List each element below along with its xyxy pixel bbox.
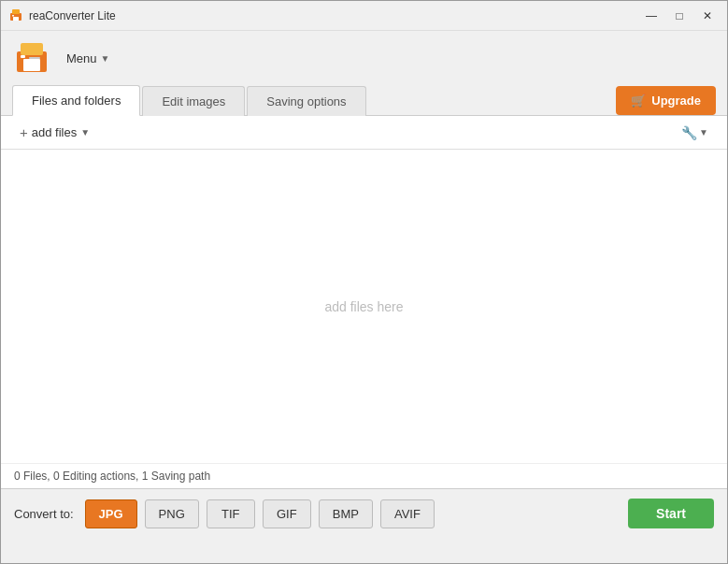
tab-saving-options[interactable]: Saving options <box>247 86 365 116</box>
add-files-button[interactable]: + add files ▼ <box>14 122 95 143</box>
close-button[interactable]: ✕ <box>695 7 720 25</box>
upgrade-button[interactable]: 🛒 Upgrade <box>616 86 716 115</box>
title-bar: reaConverter Lite — □ ✕ <box>1 1 727 31</box>
format-button-jpg[interactable]: JPG <box>85 499 137 528</box>
toolbar: Menu ▼ <box>1 31 727 85</box>
menu-chevron-icon: ▼ <box>101 53 110 64</box>
settings-button[interactable]: 🔧 ▼ <box>676 123 714 143</box>
app-title-icon <box>8 8 23 23</box>
start-button[interactable]: Start <box>628 499 714 528</box>
format-button-bmp[interactable]: BMP <box>319 499 373 528</box>
svg-rect-7 <box>21 55 25 58</box>
status-bar: 0 Files, 0 Editing actions, 1 Saving pat… <box>1 463 727 488</box>
format-button-tif[interactable]: TIF <box>207 499 255 528</box>
empty-state-label: add files here <box>324 299 403 314</box>
tab-bar: Files and folders Edit images Saving opt… <box>1 85 727 116</box>
action-bar: + add files ▼ 🔧 ▼ <box>1 116 727 150</box>
wrench-icon: 🔧 <box>681 125 697 140</box>
window-controls: — □ ✕ <box>639 7 720 25</box>
bottom-bar: Convert to: JPG PNG TIF GIF BMP AVIF Sta… <box>1 488 727 538</box>
add-files-label: add files <box>32 125 77 139</box>
format-button-png[interactable]: PNG <box>145 499 199 528</box>
cart-icon: 🛒 <box>631 94 646 108</box>
svg-rect-1 <box>12 9 20 14</box>
svg-rect-8 <box>29 57 40 59</box>
svg-rect-3 <box>12 15 14 17</box>
svg-rect-6 <box>23 59 40 71</box>
app-title: reaConverter Lite <box>29 9 116 22</box>
plus-icon: + <box>20 124 28 140</box>
svg-rect-2 <box>13 17 19 21</box>
minimize-button[interactable]: — <box>639 7 664 25</box>
app-logo <box>12 38 51 78</box>
format-button-avif[interactable]: AVIF <box>380 499 435 528</box>
menu-button[interactable]: Menu ▼ <box>61 48 115 69</box>
maximize-button[interactable]: □ <box>667 7 692 25</box>
upgrade-label: Upgrade <box>651 94 701 108</box>
status-text: 0 Files, 0 Editing actions, 1 Saving pat… <box>14 470 210 483</box>
menu-label: Menu <box>66 51 97 65</box>
format-button-gif[interactable]: GIF <box>263 499 311 528</box>
tab-edit-images[interactable]: Edit images <box>142 86 245 116</box>
tab-files-and-folders[interactable]: Files and folders <box>12 85 140 116</box>
settings-chevron-icon: ▼ <box>699 127 708 137</box>
convert-to-label: Convert to: <box>14 507 74 521</box>
logo-icon <box>12 38 51 78</box>
svg-rect-5 <box>21 43 43 55</box>
main-drop-area: add files here <box>1 150 727 463</box>
add-files-chevron-icon: ▼ <box>80 127 90 137</box>
action-right: 🔧 ▼ <box>676 123 714 143</box>
